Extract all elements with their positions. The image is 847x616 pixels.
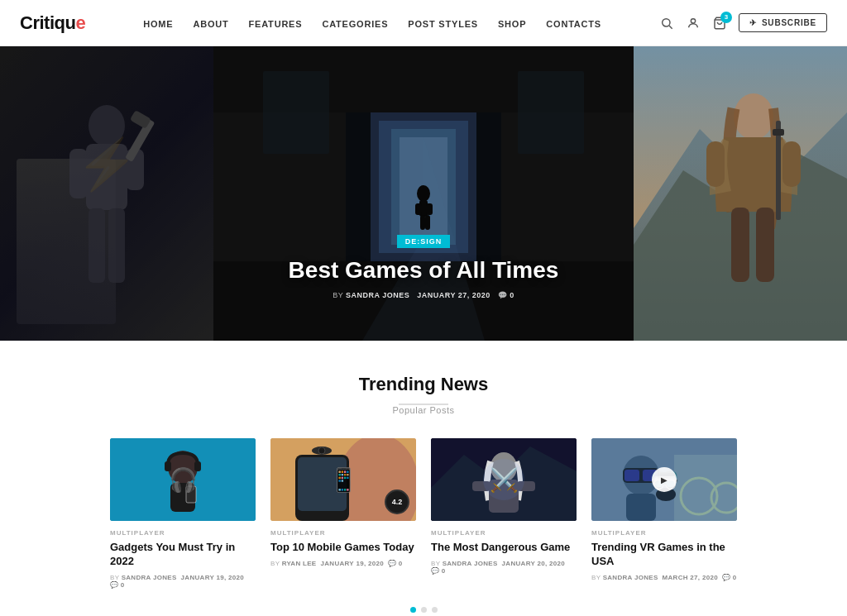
card-3: Multiplayer The Most Dangerous Game BY S…: [431, 438, 577, 589]
card-2: 4.2 Multiplayer Top 10 Mobile Games Toda…: [270, 438, 416, 589]
dot-3[interactable]: [432, 607, 438, 613]
svg-rect-68: [624, 470, 639, 481]
nav-post-styles[interactable]: Post Styles: [408, 19, 478, 29]
hero-panel-right[interactable]: [634, 46, 847, 341]
svg-rect-46: [186, 486, 196, 503]
site-logo[interactable]: Critique: [20, 12, 85, 34]
card-1-meta: BY Sandra Jones January 19, 2020 💬 0: [110, 574, 256, 589]
svg-rect-43: [165, 461, 171, 471]
header-actions: 3 ✈ Subscribe: [659, 13, 827, 32]
header: Critique Home About Features Categories …: [0, 0, 847, 46]
subscribe-icon: ✈: [749, 18, 757, 27]
nav-home[interactable]: Home: [143, 19, 173, 29]
card-3-meta: BY Sandra Jones January 20, 2020 💬 0: [431, 560, 577, 575]
search-icon[interactable]: [659, 16, 674, 31]
svg-point-2: [691, 18, 695, 22]
left-overlay: [0, 46, 213, 341]
card-4-play-badge[interactable]: ▶: [652, 467, 677, 492]
hero-category-tag: DE:SIGN: [238, 233, 609, 256]
user-icon[interactable]: [686, 16, 701, 31]
dot-1[interactable]: [410, 607, 416, 613]
card-2-category: Multiplayer: [270, 529, 416, 537]
svg-rect-51: [298, 457, 347, 511]
svg-point-57: [490, 452, 517, 482]
hero-meta: BY Sandra Jones January 27, 2020 💬 0: [238, 291, 609, 299]
dot-2[interactable]: [421, 607, 427, 613]
svg-rect-44: [194, 461, 201, 471]
hero-slider: DE:SIGN Best Games of All Times BY Sandr…: [0, 46, 847, 341]
slider-dots: [20, 607, 827, 613]
svg-point-49: [331, 470, 351, 497]
hero-date: January 27, 2020: [417, 291, 490, 299]
svg-point-53: [318, 447, 325, 454]
subscribe-label: Subscribe: [762, 18, 816, 27]
card-3-category: Multiplayer: [431, 529, 577, 537]
svg-rect-71: [626, 494, 656, 521]
card-2-image[interactable]: 4.2: [270, 438, 416, 521]
card-2-meta: BY Ryan Lee January 19, 2020 💬 0: [270, 560, 416, 567]
trending-title: Trending News: [20, 374, 827, 395]
hero-panel-center[interactable]: DE:SIGN Best Games of All Times BY Sandr…: [213, 46, 634, 341]
card-1: Multiplayer Gadgets You Must Try in 2022…: [110, 438, 256, 589]
card-4-meta: BY Sandra Jones March 27, 2020 💬 0: [591, 574, 737, 581]
trending-section: Trending News Popular Posts: [0, 341, 847, 616]
cart-count: 3: [720, 12, 732, 23]
trending-subtitle: Popular Posts: [20, 405, 827, 415]
hero-center-content: DE:SIGN Best Games of All Times BY Sandr…: [213, 233, 634, 299]
card-1-title[interactable]: Gadgets You Must Try in 2022: [110, 541, 256, 569]
subscribe-button[interactable]: ✈ Subscribe: [739, 13, 827, 32]
svg-point-0: [663, 18, 670, 26]
card-2-rating-badge: 4.2: [385, 489, 409, 514]
card-4: ▶ Multiplayer Trending VR Games in the U…: [591, 438, 737, 589]
hero-author: Sandra Jones: [346, 291, 409, 299]
svg-point-61: [483, 459, 524, 500]
nav-categories[interactable]: Categories: [322, 19, 388, 29]
main-nav: Home About Features Categories Post Styl…: [143, 17, 601, 30]
hero-comments: 0: [510, 291, 514, 299]
svg-line-1: [669, 26, 672, 29]
card-2-title[interactable]: Top 10 Mobile Games Today: [270, 541, 416, 555]
card-1-image[interactable]: [110, 438, 256, 521]
card-4-title[interactable]: Trending VR Games in the USA: [591, 541, 737, 569]
hero-panel-left[interactable]: [0, 46, 213, 341]
nav-features[interactable]: Features: [249, 19, 303, 29]
card-4-image[interactable]: ▶: [591, 438, 737, 521]
cart-icon[interactable]: 3: [712, 16, 727, 31]
right-overlay: [634, 46, 847, 341]
card-3-image[interactable]: [431, 438, 577, 521]
card-3-title[interactable]: The Most Dangerous Game: [431, 541, 577, 555]
trending-header: Trending News Popular Posts: [20, 374, 827, 415]
hero-title: Best Games of All Times: [238, 256, 609, 284]
nav-contacts[interactable]: Contacts: [546, 19, 601, 29]
trending-cards-grid: Multiplayer Gadgets You Must Try in 2022…: [20, 438, 827, 589]
nav-about[interactable]: About: [193, 19, 228, 29]
nav-shop[interactable]: Shop: [498, 19, 526, 29]
card-4-category: Multiplayer: [591, 529, 737, 537]
card-1-category: Multiplayer: [110, 529, 256, 537]
